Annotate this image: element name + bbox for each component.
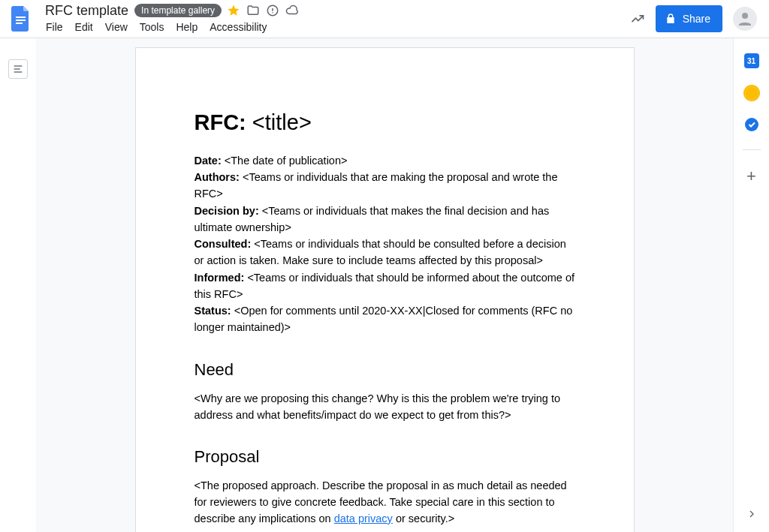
person-icon (736, 10, 754, 28)
menu-file[interactable]: File (41, 20, 68, 35)
meta-informed[interactable]: Informed: <Teams or individuals that sho… (195, 270, 575, 303)
tasks-app-icon[interactable] (745, 118, 758, 131)
title-row: RFC template In template gallery (39, 2, 630, 19)
menu-accessibility[interactable]: Accessibility (204, 20, 272, 35)
document-canvas[interactable]: RFC: <title> Date: <The date of publicat… (36, 38, 733, 532)
svg-point-5 (272, 12, 273, 14)
collapse-panel-icon[interactable] (743, 505, 761, 523)
svg-rect-0 (16, 17, 26, 18)
menu-edit[interactable]: Edit (70, 20, 98, 35)
title-block: RFC template In template gallery File Ed… (39, 2, 630, 35)
body-need[interactable]: <Why are we proposing this change? Why i… (195, 391, 575, 424)
link-data-privacy[interactable]: data privacy (334, 512, 393, 524)
account-avatar[interactable] (733, 7, 757, 31)
heading-proposal[interactable]: Proposal (195, 444, 575, 469)
title-rest: <title> (246, 110, 312, 134)
app-header: RFC template In template gallery File Ed… (0, 0, 769, 38)
svg-rect-1 (16, 20, 26, 21)
right-side-panel: 31 + (733, 38, 769, 532)
meta-date[interactable]: Date: <The date of publication> (195, 153, 575, 170)
calendar-app-icon[interactable]: 31 (744, 53, 759, 68)
lock-icon (665, 13, 677, 25)
menu-tools[interactable]: Tools (134, 20, 170, 35)
docs-icon (11, 6, 31, 32)
menu-bar: File Edit View Tools Help Accessibility (39, 19, 630, 35)
share-label: Share (683, 13, 710, 25)
meta-consulted[interactable]: Consulted: <Teams or individuals that sh… (195, 236, 575, 269)
header-right: Share (630, 5, 757, 32)
meta-status[interactable]: Status: <Open for comments until 2020-XX… (195, 303, 575, 336)
keep-app-icon[interactable] (745, 86, 758, 100)
side-divider (743, 149, 761, 150)
document-page[interactable]: RFC: <title> Date: <The date of publicat… (135, 47, 635, 532)
left-rail (0, 38, 36, 532)
see-document-status-icon[interactable] (265, 3, 280, 18)
svg-point-6 (742, 13, 748, 19)
workspace: RFC: <title> Date: <The date of publicat… (0, 38, 769, 532)
body-proposal[interactable]: <The proposed approach. Describe the pro… (195, 478, 575, 527)
template-gallery-chip[interactable]: In template gallery (134, 4, 222, 17)
doc-heading-title[interactable]: RFC: <title> (195, 107, 575, 140)
heading-need[interactable]: Need (195, 357, 575, 382)
share-button[interactable]: Share (656, 5, 722, 32)
document-title[interactable]: RFC template (44, 3, 130, 19)
menu-help[interactable]: Help (170, 20, 203, 35)
svg-rect-2 (16, 23, 23, 24)
activity-trend-icon[interactable] (630, 11, 645, 26)
docs-home-logo[interactable] (6, 4, 36, 34)
meta-decision-by[interactable]: Decision by: <Teams or individuals that … (195, 203, 575, 236)
document-outline-icon[interactable] (8, 59, 28, 79)
cloud-saved-icon[interactable] (285, 3, 300, 18)
move-folder-icon[interactable] (246, 3, 261, 18)
meta-authors[interactable]: Authors: <Teams or individuals that are … (195, 170, 575, 203)
menu-view[interactable]: View (100, 20, 133, 35)
title-bold: RFC: (195, 110, 246, 134)
star-icon[interactable] (226, 3, 241, 18)
get-addons-icon[interactable]: + (746, 168, 756, 185)
